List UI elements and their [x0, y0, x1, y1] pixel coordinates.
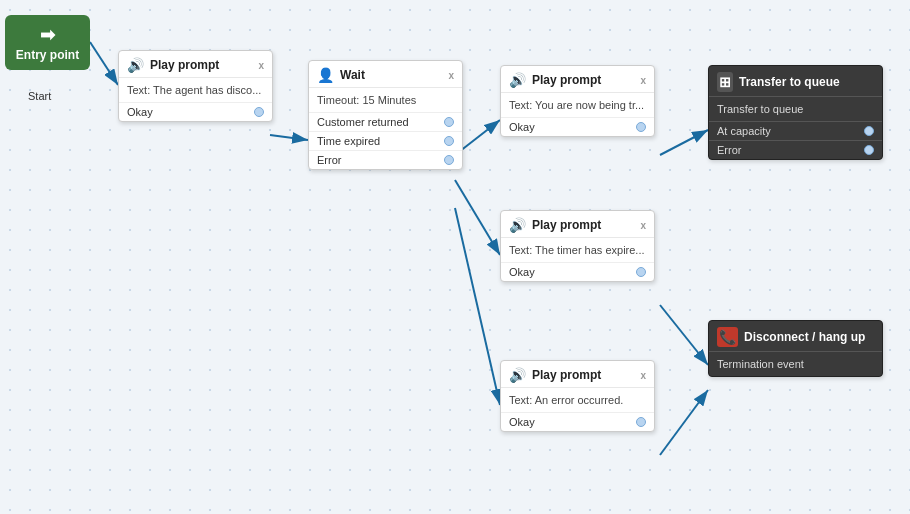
play-prompt-2-body: Text: You are now being tr...	[501, 93, 654, 117]
wait-output-error[interactable]: Error	[309, 150, 462, 169]
play-prompt-2-card[interactable]: 🔊 Play prompt x Text: You are now being …	[500, 65, 655, 137]
play-prompt-4-card[interactable]: 🔊 Play prompt x Text: An error occurred.…	[500, 360, 655, 432]
output-okay-2-dot	[636, 122, 646, 132]
output-okay-3-dot	[636, 267, 646, 277]
time-expired-label: Time expired	[317, 135, 380, 147]
speaker-icon-3: 🔊	[509, 217, 526, 233]
customer-returned-label: Customer returned	[317, 116, 409, 128]
wait-header: 👤 Wait x	[309, 61, 462, 88]
transfer-output-capacity[interactable]: At capacity	[709, 121, 882, 140]
play-prompt-1-close[interactable]: x	[258, 60, 264, 71]
wait-timeout-text: Timeout: 15 Minutes	[317, 94, 454, 106]
disconnect-header: 📞 Disconnect / hang up	[709, 321, 882, 352]
play-prompt-3-title: Play prompt	[532, 218, 601, 232]
flow-canvas: ➡ Entry point Start 🔊 Play prompt x Text…	[0, 0, 910, 514]
play-prompt-1-header: 🔊 Play prompt x	[119, 51, 272, 78]
transfer-to-queue-card[interactable]: ⊞ Transfer to queue Transfer to queue At…	[708, 65, 883, 160]
play-prompt-1-card[interactable]: 🔊 Play prompt x Text: The agent has disc…	[118, 50, 273, 122]
play-prompt-4-text: Text: An error occurred.	[509, 394, 646, 406]
disconnect-card[interactable]: 📞 Disconnect / hang up Termination event	[708, 320, 883, 377]
play-prompt-3-text: Text: The timer has expire...	[509, 244, 646, 256]
entry-point-label: Entry point	[16, 48, 79, 62]
play-prompt-3-output-okay[interactable]: Okay	[501, 262, 654, 281]
wait-body: Timeout: 15 Minutes	[309, 88, 462, 112]
disconnect-body: Termination event	[709, 352, 882, 376]
transfer-body: Transfer to queue	[709, 97, 882, 121]
at-capacity-label: At capacity	[717, 125, 771, 137]
play-prompt-4-body: Text: An error occurred.	[501, 388, 654, 412]
play-prompt-3-header: 🔊 Play prompt x	[501, 211, 654, 238]
wait-error-label: Error	[317, 154, 341, 166]
transfer-icon: ⊞	[717, 72, 733, 92]
play-prompt-1-body: Text: The agent has disco...	[119, 78, 272, 102]
play-prompt-1-text: Text: The agent has disco...	[127, 84, 264, 96]
output-okay-2-label: Okay	[509, 121, 535, 133]
output-okay-dot	[254, 107, 264, 117]
transfer-error-label: Error	[717, 144, 741, 156]
disconnect-body-text: Termination event	[717, 358, 874, 370]
play-prompt-4-output-okay[interactable]: Okay	[501, 412, 654, 431]
play-prompt-2-output-okay[interactable]: Okay	[501, 117, 654, 136]
entry-icon: ➡	[40, 24, 55, 46]
disconnect-icon: 📞	[717, 327, 738, 347]
entry-point-node[interactable]: ➡ Entry point	[5, 15, 90, 70]
output-okay-3-label: Okay	[509, 266, 535, 278]
play-prompt-2-title: Play prompt	[532, 73, 601, 87]
output-okay-4-dot	[636, 417, 646, 427]
wait-output-customer[interactable]: Customer returned	[309, 112, 462, 131]
transfer-output-error[interactable]: Error	[709, 140, 882, 159]
play-prompt-4-title: Play prompt	[532, 368, 601, 382]
start-label: Start	[28, 90, 51, 102]
play-prompt-1-title: Play prompt	[150, 58, 219, 72]
wait-output-time[interactable]: Time expired	[309, 131, 462, 150]
wait-icon: 👤	[317, 67, 334, 83]
output-okay-label: Okay	[127, 106, 153, 118]
at-capacity-dot	[864, 126, 874, 136]
disconnect-title: Disconnect / hang up	[744, 330, 865, 344]
wait-error-dot	[444, 155, 454, 165]
play-prompt-2-close[interactable]: x	[640, 75, 646, 86]
play-prompt-1-output-okay[interactable]: Okay	[119, 102, 272, 121]
wait-title: Wait	[340, 68, 365, 82]
customer-returned-dot	[444, 117, 454, 127]
play-prompt-4-close[interactable]: x	[640, 370, 646, 381]
speaker-icon-2: 🔊	[509, 72, 526, 88]
transfer-error-dot	[864, 145, 874, 155]
wait-close[interactable]: x	[448, 70, 454, 81]
transfer-body-text: Transfer to queue	[717, 103, 874, 115]
play-prompt-3-close[interactable]: x	[640, 220, 646, 231]
transfer-title: Transfer to queue	[739, 75, 840, 89]
speaker-icon-4: 🔊	[509, 367, 526, 383]
speaker-icon-1: 🔊	[127, 57, 144, 73]
time-expired-dot	[444, 136, 454, 146]
play-prompt-4-header: 🔊 Play prompt x	[501, 361, 654, 388]
transfer-header: ⊞ Transfer to queue	[709, 66, 882, 97]
output-okay-4-label: Okay	[509, 416, 535, 428]
play-prompt-3-body: Text: The timer has expire...	[501, 238, 654, 262]
play-prompt-2-header: 🔊 Play prompt x	[501, 66, 654, 93]
play-prompt-2-text: Text: You are now being tr...	[509, 99, 646, 111]
play-prompt-3-card[interactable]: 🔊 Play prompt x Text: The timer has expi…	[500, 210, 655, 282]
wait-card[interactable]: 👤 Wait x Timeout: 15 Minutes Customer re…	[308, 60, 463, 170]
